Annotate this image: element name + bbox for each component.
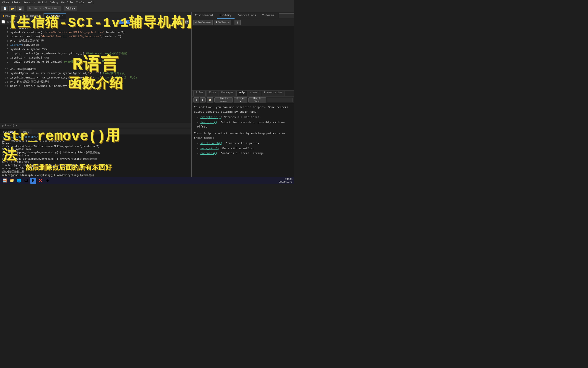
help-text-area: In addition, you can use selection helpe… bbox=[194, 105, 292, 156]
right-upper-panel: ⟳ To Console ⬆ To Source 🗑 bbox=[192, 19, 294, 90]
source-on-save-label[interactable]: Source on Save bbox=[2, 20, 28, 24]
history-content[interactable] bbox=[192, 26, 294, 90]
code-line-11: 11 symbol$gene_id <- str_remove(a_symbol… bbox=[2, 71, 189, 76]
terminal-content[interactable]: ~/Users/36097/Desktop/1/ ▶ bl <- read.cs… bbox=[0, 134, 191, 184]
terminal-line: ::select(gene_id=sample,everything()) ##… bbox=[2, 157, 189, 161]
environment-tab[interactable]: Environment bbox=[192, 12, 217, 19]
menu-plots[interactable]: Plots bbox=[12, 1, 20, 4]
code-line-blank bbox=[2, 64, 189, 67]
help-item-2: • last_col(): Select last variable, poss… bbox=[197, 120, 292, 129]
everything-desc: : Matches all variables. bbox=[220, 116, 261, 119]
contains-link[interactable]: contains() bbox=[200, 152, 217, 155]
find-in-topic-button[interactable]: Find in Topic bbox=[248, 97, 266, 102]
code-line-8: 8 _symbol <- a_symbol %>% bbox=[2, 56, 189, 60]
tab-asymbol[interactable]: a_symbol × bbox=[44, 13, 66, 19]
menu-debug[interactable]: Debug bbox=[50, 1, 58, 4]
code-line-3: 3 index <- read.csv('data/00.functions/E… bbox=[2, 34, 189, 39]
toolbar-divider bbox=[233, 20, 233, 25]
viewer-tab[interactable]: Viewer bbox=[248, 91, 261, 96]
scope-text: p Level) ▾ bbox=[2, 124, 17, 127]
code-line-9: 9 dplyr::select(gene_id=sample) ####没有ev… bbox=[2, 60, 189, 64]
back-button[interactable]: ◀ bbox=[193, 97, 199, 102]
help-intro: In addition, you can use selection helpe… bbox=[194, 105, 292, 114]
terminal-panel: Terminal Jobs ~/Users/36097/Desktop/1/ ▶… bbox=[0, 128, 191, 184]
connections-tab[interactable]: Connections bbox=[235, 12, 259, 19]
scope-bar: p Level) ▾ bbox=[0, 123, 191, 128]
history-send-console[interactable]: ⟳ To Console bbox=[193, 20, 213, 25]
history-send-source[interactable]: ⬆ To Source bbox=[214, 20, 231, 25]
tab-label: b_index bbox=[26, 15, 38, 18]
code-line-13: 13 #4. 再次尝试对基因进行注释| bbox=[2, 80, 189, 84]
source-button[interactable]: Source ▾ bbox=[176, 20, 190, 24]
file-explorer-icon[interactable]: 📁 bbox=[9, 178, 15, 184]
photos-icon[interactable]: 🖼 bbox=[23, 178, 29, 184]
main-toolbar: 📄 📂 💾 Go to file/function Addins ▾ bbox=[0, 5, 294, 12]
new-file-button[interactable]: 📄 bbox=[2, 6, 8, 11]
main-layout: move0.R × b_index × a_symbol × Source on… bbox=[0, 12, 294, 184]
code-line-5: 5 library(tidyverse) bbox=[2, 43, 189, 47]
close-taskbar-icon[interactable]: ❌ bbox=[37, 178, 43, 184]
files-tab[interactable]: Files bbox=[193, 91, 206, 96]
history-tab[interactable]: History bbox=[217, 12, 235, 19]
tab-move0[interactable]: move0.R × bbox=[0, 13, 23, 19]
menu-tools[interactable]: Tools bbox=[76, 1, 84, 4]
help-tab[interactable]: Help bbox=[236, 91, 247, 96]
dtypes-button[interactable]: d types ▾ bbox=[234, 97, 247, 102]
filter-input[interactable]: filter by name bbox=[214, 97, 233, 102]
right-top-tabs: Environment History Connections Tutorial bbox=[192, 12, 294, 19]
ends-with-desc: : Ends with a suffix. bbox=[219, 147, 254, 150]
terminal-tab[interactable]: Terminal bbox=[0, 129, 19, 134]
menu-help[interactable]: Help bbox=[88, 1, 94, 4]
go-to-file-input[interactable]: Go to file/function bbox=[27, 6, 60, 11]
last-col-link[interactable]: last_col() bbox=[200, 121, 217, 124]
code-editor[interactable]: 1 # 1. 读取文件 2 symbol <- read.csv('data/0… bbox=[0, 25, 191, 123]
taskbar-time: 19:33 2022/10/8 bbox=[279, 178, 292, 183]
save-button[interactable]: 💾 bbox=[17, 6, 23, 11]
close-icon[interactable]: × bbox=[62, 15, 63, 17]
run-button[interactable]: Run ▶ bbox=[119, 20, 130, 24]
close-icon[interactable]: × bbox=[19, 15, 20, 17]
home-button[interactable]: 🏠 bbox=[207, 97, 213, 102]
everything-link[interactable]: everything() bbox=[200, 116, 220, 119]
terminal-line: index) bbox=[2, 142, 189, 145]
terminal-line: bl <- read.csv('data/00.functions/EP12/a… bbox=[2, 145, 189, 148]
bottom-panels: Terminal Jobs ~/Users/36097/Desktop/1/ ▶… bbox=[0, 128, 191, 184]
r-icon[interactable]: R bbox=[30, 178, 36, 184]
jobs-tab[interactable]: Jobs bbox=[20, 129, 32, 134]
menu-session[interactable]: Session bbox=[23, 1, 35, 4]
toolbar-separator-2 bbox=[62, 6, 62, 11]
forward-button[interactable]: ▶ bbox=[200, 97, 206, 102]
left-panel: move0.R × b_index × a_symbol × Source on… bbox=[0, 12, 192, 184]
start-button[interactable]: 🪟 bbox=[2, 178, 8, 184]
terminal-line: <- read.csv('data/00.functions/EP12/b_in… bbox=[2, 167, 189, 170]
menu-view[interactable]: View bbox=[2, 1, 9, 4]
tutorial-tab[interactable]: Tutorial bbox=[259, 12, 279, 19]
menu-build[interactable]: Build bbox=[38, 1, 47, 4]
addins-button[interactable]: Addins ▾ bbox=[64, 6, 77, 11]
starts-with-link[interactable]: starts_with() bbox=[200, 142, 222, 145]
menu-profile[interactable]: Profile bbox=[61, 1, 73, 4]
presentation-tab[interactable]: Presentation bbox=[262, 91, 285, 96]
tab-bindex[interactable]: b_index × bbox=[23, 13, 44, 19]
open-file-button[interactable]: 📂 bbox=[9, 6, 16, 11]
terminal-line: ::select(gene_id=sample) ####没有everythin… bbox=[2, 164, 189, 167]
terminal-line: 尝试对基因进行注释 bbox=[2, 170, 189, 174]
menu-bar: View Plots Session Build Debug Profile T… bbox=[0, 0, 294, 5]
history-delete[interactable]: 🗑 bbox=[235, 20, 241, 25]
packages-tab[interactable]: Packages bbox=[219, 91, 236, 96]
ends-with-link[interactable]: ends_with() bbox=[200, 147, 219, 150]
browser-icon[interactable]: 🌐 bbox=[16, 178, 22, 184]
terminal-line: bol <- a_symbol %>% bbox=[2, 148, 189, 151]
record-icon[interactable]: ⏺ bbox=[44, 178, 51, 184]
source-on-save-checkbox[interactable] bbox=[2, 20, 5, 24]
code-line-1: 1 # 1. 读取文件 bbox=[2, 26, 189, 30]
env-search-input[interactable] bbox=[279, 13, 294, 18]
tab-label: move0.R bbox=[5, 15, 17, 18]
help-search-input[interactable] bbox=[267, 98, 292, 102]
right-upper-toolbar: ⟳ To Console ⬆ To Source 🗑 bbox=[192, 19, 294, 26]
close-icon[interactable]: × bbox=[40, 15, 41, 17]
terminal-panel-tabs: Terminal Jobs bbox=[0, 128, 191, 134]
code-content: 1 # 1. 读取文件 2 symbol <- read.csv('data/0… bbox=[0, 25, 191, 89]
tab-label: a_symbol bbox=[47, 15, 60, 18]
plots-tab[interactable]: Plots bbox=[206, 91, 218, 96]
